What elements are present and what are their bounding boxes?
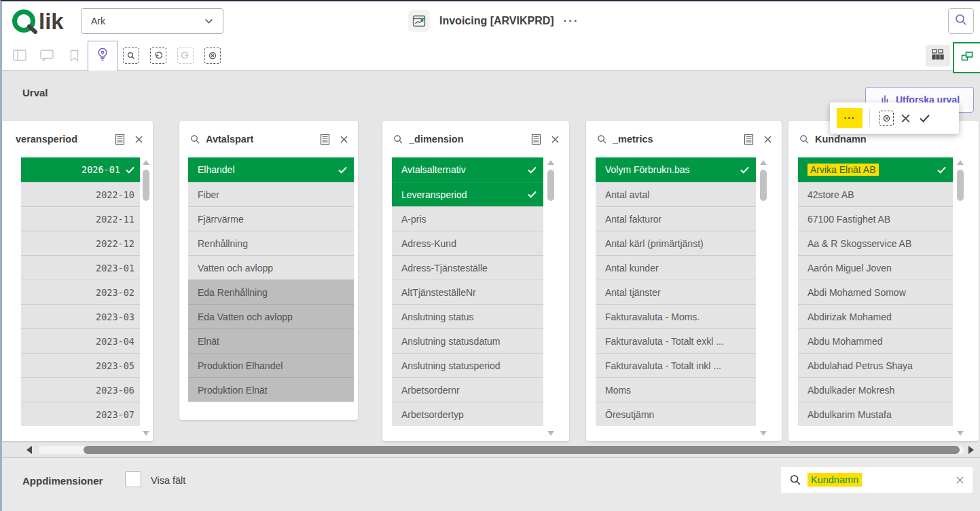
- list-item[interactable]: 2023-04: [21, 328, 140, 353]
- scrollbar-thumb[interactable]: [143, 170, 149, 201]
- list-item[interactable]: 2023-07: [21, 402, 140, 426]
- scroll-up-arrow[interactable]: [760, 160, 767, 165]
- list-item[interactable]: 67100 Fastighet AB: [798, 206, 953, 231]
- vertical-scrollbar[interactable]: [957, 160, 964, 436]
- scrollbar-thumb[interactable]: [760, 170, 767, 201]
- list-item[interactable]: Antal fakturor: [596, 206, 756, 231]
- list-item[interactable]: Fakturavaluta - Totalt inkl ...: [596, 353, 756, 377]
- search-icon[interactable]: [799, 134, 810, 145]
- list-item[interactable]: AltTjänsteställeNr: [392, 280, 543, 304]
- list-item[interactable]: Antal kunder: [596, 255, 756, 280]
- list-item[interactable]: Adress-Kund: [392, 231, 543, 255]
- list-item[interactable]: Abdulahad Petrus Shaya: [798, 353, 953, 377]
- list-item[interactable]: 2023-05: [21, 353, 140, 377]
- list-item[interactable]: Antal tjänster: [596, 280, 756, 304]
- insight-advisor-button[interactable]: [88, 41, 117, 71]
- cancel-selection-button[interactable]: [896, 113, 915, 124]
- scrollbar-thumb[interactable]: [957, 170, 964, 201]
- scroll-down-arrow[interactable]: [760, 431, 767, 436]
- show-fields-checkbox[interactable]: [125, 471, 141, 487]
- list-item[interactable]: Öresutjämn: [596, 402, 756, 426]
- list-item[interactable]: Anslutning statusperiod: [392, 353, 543, 377]
- list-item[interactable]: Antal avtal: [596, 182, 756, 206]
- scroll-up-arrow[interactable]: [547, 160, 554, 165]
- list-item[interactable]: Elhandel: [188, 157, 354, 182]
- horizontal-scrollbar[interactable]: [2, 445, 980, 455]
- list-layout-icon[interactable]: [744, 134, 754, 145]
- list-item[interactable]: Renhållning: [188, 231, 354, 255]
- list-item[interactable]: 2023-01: [21, 255, 140, 280]
- list-item[interactable]: 2023-02: [21, 280, 140, 304]
- list-item[interactable]: Avtalsalternativ: [392, 157, 543, 182]
- step-back-button[interactable]: [145, 41, 172, 71]
- list-item[interactable]: Antal kärl (primärtjänst): [596, 231, 756, 255]
- scrollbar-track[interactable]: [39, 446, 964, 454]
- selections-tool-toggle[interactable]: [953, 42, 980, 73]
- search-icon[interactable]: [393, 134, 403, 145]
- search-icon[interactable]: [190, 134, 200, 145]
- list-item[interactable]: Leveransperiod: [392, 182, 543, 206]
- list-item[interactable]: Arbetsordertyp: [392, 402, 543, 426]
- list-item[interactable]: Abdu Mohammed: [798, 328, 953, 353]
- list-item[interactable]: Arvika Elnät AB: [798, 157, 953, 182]
- show-fields-button[interactable]: [926, 45, 950, 67]
- global-search-button[interactable]: [948, 8, 974, 34]
- list-item[interactable]: Aa & R Skogsservice AB: [798, 231, 953, 255]
- list-item[interactable]: Moms: [596, 377, 756, 402]
- comment-button[interactable]: [33, 41, 60, 71]
- list-item[interactable]: Abdi Mohamed Somow: [798, 280, 953, 304]
- scroll-up-arrow[interactable]: [143, 160, 149, 165]
- list-item[interactable]: 2026-01: [21, 157, 140, 182]
- step-forward-button[interactable]: [172, 41, 199, 71]
- scroll-down-arrow[interactable]: [143, 431, 149, 436]
- clear-selection-button[interactable]: [877, 111, 896, 126]
- vertical-scrollbar[interactable]: [547, 160, 554, 436]
- clear-all-selections-button[interactable]: [199, 41, 226, 71]
- list-item[interactable]: Elnät: [188, 328, 354, 353]
- vertical-scrollbar[interactable]: [760, 160, 767, 436]
- list-item[interactable]: Anslutning statusdatum: [392, 328, 543, 353]
- scroll-down-arrow[interactable]: [547, 431, 554, 436]
- list-item[interactable]: 2022-11: [21, 206, 140, 231]
- list-item[interactable]: 2023-06: [21, 377, 140, 402]
- confirm-selection-button[interactable]: [915, 113, 934, 123]
- list-item[interactable]: Arbetsordernr: [392, 377, 543, 402]
- close-icon[interactable]: [134, 135, 143, 144]
- smart-search-selections-button[interactable]: [117, 41, 145, 71]
- sheet-selector-dropdown[interactable]: Ark: [81, 8, 223, 34]
- list-item[interactable]: A-pris: [392, 206, 543, 231]
- bookmark-button[interactable]: [60, 41, 88, 71]
- scroll-left-arrow[interactable]: [26, 446, 32, 454]
- assets-panel-button[interactable]: [6, 41, 33, 71]
- scroll-up-arrow[interactable]: [957, 160, 964, 165]
- list-item[interactable]: 42store AB: [798, 182, 953, 206]
- list-item[interactable]: Aarón Miguel Joven: [798, 255, 953, 280]
- list-item[interactable]: Eda Renhållning: [188, 280, 354, 304]
- list-item[interactable]: 2022-12: [21, 231, 140, 255]
- close-icon[interactable]: [340, 135, 348, 144]
- list-item[interactable]: Fakturavaluta - Moms.: [596, 304, 756, 328]
- list-item[interactable]: Produktion Elnät: [188, 377, 354, 402]
- list-layout-icon[interactable]: [531, 134, 541, 145]
- list-item[interactable]: Anslutning status: [392, 304, 543, 328]
- listbox-more-menu-button[interactable]: ···: [837, 108, 863, 128]
- list-item[interactable]: 2022-10: [21, 182, 140, 206]
- scrollbar-thumb[interactable]: [84, 446, 960, 454]
- list-item[interactable]: Abdulkarim Mustafa: [798, 402, 953, 426]
- scrollbar-thumb[interactable]: [547, 170, 554, 201]
- field-search-input[interactable]: Kundnamn: [781, 467, 973, 493]
- search-icon[interactable]: [597, 134, 607, 145]
- list-layout-icon[interactable]: [320, 134, 330, 145]
- list-item[interactable]: Produktion Elhandel: [188, 353, 354, 377]
- list-item[interactable]: 2023-03: [21, 304, 140, 328]
- vertical-scrollbar[interactable]: [143, 160, 149, 436]
- list-item[interactable]: Abdirizak Mohamed: [798, 304, 953, 328]
- list-item[interactable]: Vatten och avlopp: [188, 255, 354, 280]
- close-icon[interactable]: [551, 135, 560, 144]
- scroll-down-arrow[interactable]: [957, 431, 964, 436]
- list-item[interactable]: Abdulkader Mokresh: [798, 377, 953, 402]
- list-layout-icon[interactable]: [115, 134, 125, 145]
- app-more-menu[interactable]: ···: [564, 14, 579, 28]
- close-icon[interactable]: [763, 135, 772, 144]
- list-item[interactable]: Fjärrvärme: [188, 206, 354, 231]
